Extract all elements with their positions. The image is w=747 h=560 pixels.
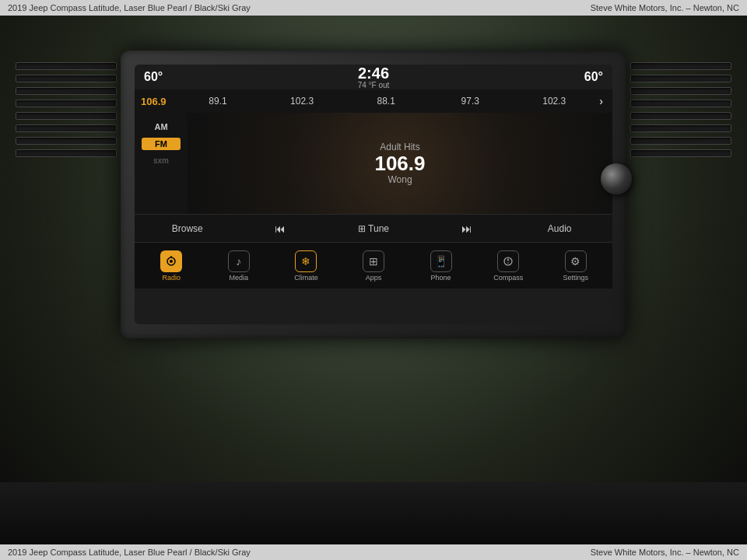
outside-temp: 74 °F out bbox=[358, 81, 390, 89]
svg-marker-4 bbox=[507, 257, 510, 261]
phone-icon: 📱 bbox=[430, 250, 452, 272]
nav-phone-label: Phone bbox=[431, 274, 451, 282]
station-name: Wong bbox=[374, 174, 425, 185]
dashboard-bottom bbox=[0, 482, 747, 544]
nav-phone[interactable]: 📱 Phone bbox=[407, 247, 475, 285]
bottom-bar-left: 2019 Jeep Compass Latitude, Laser Blue P… bbox=[8, 548, 251, 557]
rewind-button[interactable]: ⏮ bbox=[234, 222, 328, 235]
vent-slot bbox=[630, 112, 731, 120]
svg-point-1 bbox=[170, 260, 173, 263]
nav-climate[interactable]: ❄ Climate bbox=[272, 247, 340, 285]
presets-bar: 106.9 89.1 102.3 88.1 97.3 102.3 › bbox=[135, 89, 612, 113]
vent-slot bbox=[16, 112, 117, 120]
clock-area: 2:46 74 °F out bbox=[358, 65, 390, 89]
preset-active[interactable]: 106.9 bbox=[141, 96, 176, 107]
now-playing: Adult Hits 106.9 Wong bbox=[188, 113, 612, 214]
side-menu-fm[interactable]: FM bbox=[142, 138, 181, 150]
nav-apps[interactable]: ⊞ Apps bbox=[340, 247, 408, 285]
photo-area: 60° 2:46 74 °F out 60° 106.9 89.1 102.3 … bbox=[0, 16, 747, 544]
top-bar: 2019 Jeep Compass Latitude, Laser Blue P… bbox=[0, 0, 747, 16]
clock-display: 2:46 bbox=[358, 65, 389, 81]
apps-icon: ⊞ bbox=[363, 250, 384, 272]
preset-next-arrow[interactable]: › bbox=[596, 95, 606, 107]
vent-right bbox=[630, 62, 731, 327]
preset-item[interactable]: 88.1 bbox=[344, 96, 428, 107]
station-frequency: 106.9 bbox=[374, 152, 425, 175]
media-icon: ♪ bbox=[228, 250, 250, 272]
top-bar-right: Steve White Motors, Inc. – Newton, NC bbox=[591, 3, 739, 12]
nav-radio-label: Radio bbox=[163, 274, 181, 282]
now-playing-text: Adult Hits 106.9 Wong bbox=[374, 142, 425, 186]
nav-media-label: Media bbox=[230, 274, 249, 282]
side-menu-sxm[interactable]: sxm bbox=[142, 153, 181, 168]
svg-marker-5 bbox=[507, 261, 510, 265]
screen-bezel: 60° 2:46 74 °F out 60° 106.9 89.1 102.3 … bbox=[121, 51, 626, 338]
preset-item[interactable]: 102.3 bbox=[260, 96, 344, 107]
vent-slot bbox=[16, 124, 117, 132]
vent-slot bbox=[16, 100, 117, 107]
top-bar-left: 2019 Jeep Compass Latitude, Laser Blue P… bbox=[8, 3, 251, 12]
nav-settings-label: Settings bbox=[563, 274, 588, 282]
vent-slot bbox=[630, 87, 731, 95]
audio-button[interactable]: Audio bbox=[513, 223, 606, 234]
screen-main: AM FM sxm Adult Hits 106.9 Wong bbox=[135, 113, 612, 214]
side-menu: AM FM sxm bbox=[135, 113, 188, 214]
settings-icon: ⚙ bbox=[565, 250, 587, 272]
vent-slot bbox=[16, 87, 117, 95]
preset-item[interactable]: 102.3 bbox=[512, 96, 596, 107]
vent-slot bbox=[630, 62, 731, 70]
vent-slot bbox=[630, 124, 731, 132]
nav-bar: Radio ♪ Media ❄ Climate ⊞ Apps 📱 Phone bbox=[135, 242, 612, 289]
nav-apps-label: Apps bbox=[366, 274, 382, 282]
climate-icon: ❄ bbox=[295, 250, 317, 272]
preset-item[interactable]: 97.3 bbox=[428, 96, 512, 107]
nav-compass-label: Compass bbox=[493, 274, 523, 282]
side-menu-am[interactable]: AM bbox=[142, 119, 181, 135]
controls-bar: Browse ⏮ ⊞ Tune ⏭ Audio bbox=[135, 214, 612, 242]
climate-temp-right: 60° bbox=[584, 70, 603, 84]
preset-item[interactable]: 89.1 bbox=[176, 96, 260, 107]
vent-slot bbox=[16, 62, 117, 70]
vent-slot bbox=[630, 149, 731, 157]
forward-button[interactable]: ⏭ bbox=[420, 222, 514, 235]
nav-climate-label: Climate bbox=[294, 274, 318, 282]
nav-settings[interactable]: ⚙ Settings bbox=[542, 247, 609, 285]
bottom-bar-right: Steve White Motors, Inc. – Newton, NC bbox=[591, 548, 739, 557]
nav-media[interactable]: ♪ Media bbox=[205, 247, 273, 285]
radio-icon bbox=[160, 250, 182, 272]
station-genre: Adult Hits bbox=[374, 142, 425, 152]
vent-slot bbox=[630, 100, 731, 107]
climate-bar: 60° 2:46 74 °F out 60° bbox=[135, 65, 612, 89]
vent-left bbox=[16, 62, 117, 327]
vent-slot bbox=[630, 75, 731, 82]
vent-slot bbox=[16, 137, 117, 145]
vent-slot bbox=[16, 149, 117, 157]
nav-radio[interactable]: Radio bbox=[138, 247, 205, 285]
vent-slot bbox=[16, 75, 117, 82]
climate-temp-left: 60° bbox=[144, 70, 163, 84]
infotainment-screen: 60° 2:46 74 °F out 60° 106.9 89.1 102.3 … bbox=[135, 65, 612, 324]
compass-icon bbox=[497, 250, 519, 272]
right-knob[interactable] bbox=[601, 163, 632, 194]
tune-button[interactable]: ⊞ Tune bbox=[327, 223, 420, 234]
browse-button[interactable]: Browse bbox=[141, 223, 234, 234]
nav-compass[interactable]: Compass bbox=[475, 247, 542, 285]
vent-slot bbox=[630, 137, 731, 145]
bottom-bar: 2019 Jeep Compass Latitude, Laser Blue P… bbox=[0, 544, 747, 560]
